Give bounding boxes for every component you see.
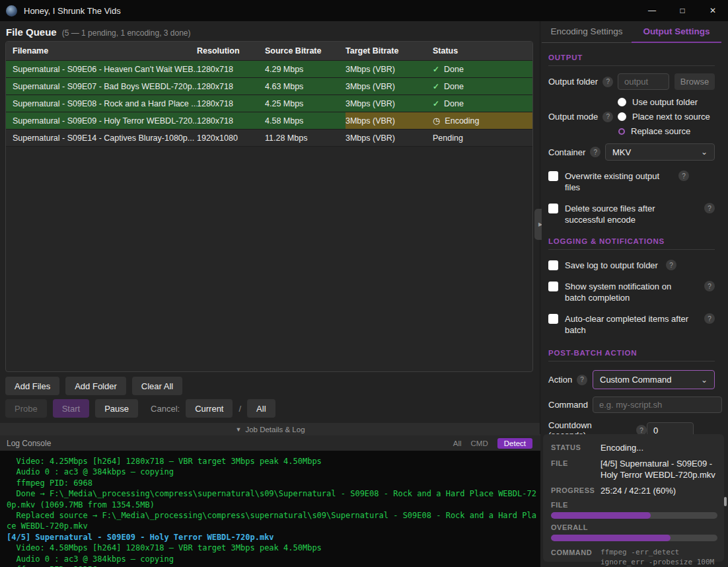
log-line: Replaced source → F:\_Media\_processing\… — [7, 510, 540, 532]
file-label: FILE — [551, 458, 601, 480]
tab-output-settings[interactable]: Output Settings — [632, 21, 721, 43]
checkbox-icon — [548, 260, 558, 270]
radio-use-output-folder[interactable]: Use output folder — [618, 97, 710, 107]
help-icon[interactable]: ? — [678, 170, 689, 181]
status-badge: Done — [444, 99, 464, 108]
cancel-current-button[interactable]: Current — [186, 399, 233, 418]
delete-source-checkbox-row[interactable]: Delete source files after successful enc… — [548, 203, 715, 225]
status-row: STATUS Encoding... — [551, 442, 717, 453]
log-filter-all[interactable]: All — [453, 439, 462, 447]
checkbox-icon — [548, 282, 558, 291]
log-console-output[interactable]: Video: 4.25Mbps [h264] 1280x718 — VBR ta… — [0, 451, 540, 567]
cell-filename: Supernatural - S09E09 - Holy Terror WEBD… — [13, 112, 197, 129]
col-source-bitrate[interactable]: Source Bitrate — [265, 46, 346, 56]
done-check-icon: ✓ — [433, 82, 439, 91]
radio-place-next-to-source[interactable]: Place next to source — [618, 112, 710, 122]
action-label: Action ? — [548, 375, 593, 385]
chevron-down-icon: ⌄ — [701, 147, 708, 157]
file-row: FILE [4/5] Supernatural - S09E09 - Holy … — [551, 458, 717, 480]
job-details-toggle[interactable]: ▼ Job Details & Log — [0, 423, 540, 435]
cell-source-bitrate: 4.63 Mbps — [265, 78, 346, 94]
done-check-icon: ✓ — [433, 65, 439, 74]
overwrite-checkbox-row[interactable]: Overwrite existing output files ? — [548, 170, 715, 193]
output-settings-form: OUTPUT Output folder ? Browse Output mod… — [542, 54, 721, 440]
output-mode-label: Output mode ? — [548, 112, 618, 122]
help-icon[interactable]: ? — [602, 112, 613, 122]
caret-down-icon: ▼ — [235, 426, 241, 433]
cell-resolution: 1280x718 — [197, 78, 265, 94]
settings-tabs: Encoding Settings Output Settings — [542, 21, 721, 43]
help-icon[interactable]: ? — [666, 260, 676, 270]
container-select[interactable]: MKV ⌄ — [605, 143, 715, 161]
help-icon[interactable]: ? — [704, 281, 715, 291]
file-progress-bar — [551, 512, 717, 519]
progress-value: 25:24 / 42:21 (60%) — [601, 485, 717, 496]
table-row[interactable]: Supernatural - S09E07 - Bad Boys WEBDL-7… — [6, 78, 532, 95]
probe-button[interactable]: Probe — [5, 399, 47, 418]
cell-target-bitrate: 3Mbps (VBR) — [346, 78, 433, 94]
save-log-checkbox-row[interactable]: Save log to output folder ? — [548, 260, 715, 271]
col-resolution[interactable]: Resolution — [197, 46, 265, 56]
table-row[interactable]: Supernatural - S09E06 - Heaven Can't Wai… — [6, 61, 532, 78]
add-files-button[interactable]: Add Files — [5, 377, 59, 395]
cell-target-bitrate: 3Mbps (VBR) — [346, 130, 433, 146]
cell-filename: Supernatural - S09E07 - Bad Boys WEBDL-7… — [13, 78, 197, 94]
table-row[interactable]: Supernatural - S09E14 - Captives Bluray-… — [6, 130, 532, 147]
cell-filename: Supernatural - S09E14 - Captives Bluray-… — [13, 130, 197, 146]
post-batch-action-select[interactable]: Custom Command ⌄ — [593, 370, 715, 389]
col-filename[interactable]: Filename — [13, 46, 197, 56]
help-icon[interactable]: ? — [704, 313, 715, 324]
queue-header: File Queue (5 — 1 pending, 1 encoding, 3… — [6, 26, 191, 38]
cancel-separator: / — [238, 404, 241, 414]
col-status[interactable]: Status — [433, 46, 532, 56]
maximize-button[interactable]: □ — [667, 0, 698, 21]
settings-pane: Encoding Settings Output Settings OUTPUT… — [542, 21, 721, 428]
notify-checkbox-row[interactable]: Show system notification on batch comple… — [548, 281, 715, 303]
help-icon[interactable]: ? — [590, 147, 601, 157]
status-badge: Encoding — [445, 116, 479, 126]
col-target-bitrate[interactable]: Target Bitrate — [346, 46, 433, 56]
status-label: STATUS — [551, 442, 601, 453]
queue-title: File Queue — [6, 26, 57, 38]
table-row[interactable]: Supernatural - S09E09 - Holy Terror WEBD… — [6, 112, 532, 130]
scrollbar-thumb[interactable] — [724, 497, 727, 506]
cell-status: ✓Done — [433, 61, 532, 77]
browse-button[interactable]: Browse — [674, 73, 715, 90]
cell-resolution: 1280x718 — [197, 61, 265, 77]
command-label: COMMAND — [551, 547, 601, 567]
radio-replace-source[interactable]: Replace source — [618, 126, 710, 136]
log-filter-cmd[interactable]: CMD — [471, 439, 488, 447]
pause-button[interactable]: Pause — [95, 399, 138, 418]
clear-all-button[interactable]: Clear All — [132, 377, 182, 395]
cell-resolution: 1920x1080 — [197, 130, 265, 146]
cell-status: ◷Encoding — [433, 112, 532, 129]
table-header-row: Filename Resolution Source Bitrate Targe… — [6, 42, 532, 61]
autoclear-checkbox-row[interactable]: Auto-clear completed items after batch ? — [548, 313, 715, 336]
help-icon[interactable]: ? — [602, 77, 613, 87]
help-icon[interactable]: ? — [577, 375, 587, 385]
chevron-down-icon: ⌄ — [701, 375, 708, 385]
job-details-label: Job Details & Log — [245, 426, 305, 434]
minimize-button[interactable]: — — [637, 0, 667, 21]
command-row: COMMAND ffmpeg -err_detect ignore_err -p… — [551, 547, 717, 567]
control-buttons-row: Probe Start Pause Cancel: Current / All — [5, 399, 275, 418]
add-folder-button[interactable]: Add Folder — [65, 377, 126, 395]
clock-icon: ◷ — [433, 116, 440, 126]
help-icon[interactable]: ? — [704, 203, 715, 213]
cell-status: ✓Done — [433, 78, 532, 94]
cancel-all-button[interactable]: All — [247, 399, 275, 418]
log-line: Done → F:\_Media\_processing\compress\su… — [7, 488, 540, 510]
start-button[interactable]: Start — [53, 399, 89, 418]
action-row: Action ? Custom Command ⌄ — [548, 370, 715, 389]
radio-selected-icon — [620, 130, 624, 133]
close-button[interactable]: ✕ — [698, 0, 728, 21]
table-row[interactable]: Supernatural - S09E08 - Rock and a Hard … — [6, 95, 532, 112]
command-input[interactable] — [593, 397, 722, 413]
tab-encoding-settings[interactable]: Encoding Settings — [542, 21, 632, 42]
log-filter-detect[interactable]: Detect — [497, 438, 532, 449]
cell-resolution: 1280x718 — [197, 95, 265, 112]
progress-row: PROGRESS 25:24 / 42:21 (60%) — [551, 485, 717, 496]
output-mode-row: Output mode ? Use output folder Place ne… — [548, 97, 715, 136]
log-line: ffmpeg PID: 6968 — [7, 478, 540, 488]
output-folder-input[interactable] — [618, 73, 669, 90]
